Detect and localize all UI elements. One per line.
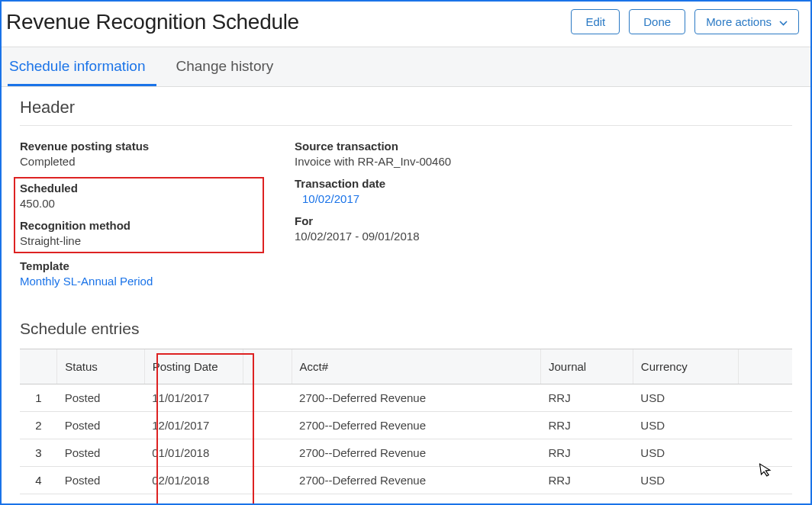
label-for: For [295, 214, 451, 227]
cell-journal: RRJ [541, 412, 633, 439]
label-template: Template [20, 259, 264, 272]
header-section: Header Revenue posting status Completed … [2, 87, 810, 297]
cell-txn-amount[interactable]: 37.5 [738, 412, 792, 439]
header-col-right: Source transaction Invoice with RR-AR_In… [295, 140, 451, 297]
cell-status: Posted [57, 384, 144, 412]
edit-button[interactable]: Edit [571, 9, 620, 34]
cell-acct: 2700--Deferred Revenue [292, 494, 540, 506]
label-revenue-posting-status: Revenue posting status [20, 140, 264, 153]
value-source-transaction: Invoice with RR-AR_Inv-00460 [295, 155, 451, 168]
col-header-currency[interactable]: Currency [633, 349, 738, 384]
cell-journal: RRJ [541, 494, 633, 506]
schedule-entries-table-wrap: Status Posting Date Acct# Journal Curren… [20, 349, 792, 505]
field-source-transaction: Source transaction Invoice with RR-AR_In… [295, 140, 451, 168]
tab-change-history[interactable]: Change history [175, 47, 285, 86]
cell-acct: 2700--Deferred Revenue [292, 439, 540, 467]
cell-status: Posted [57, 412, 144, 439]
field-scheduled: Scheduled 450.00 [20, 182, 258, 210]
cell-posting-date: 01/01/2018 [144, 439, 243, 467]
table-row[interactable]: 4Posted02/01/20182700--Deferred RevenueR… [20, 467, 792, 494]
label-source-transaction: Source transaction [295, 140, 451, 153]
header-section-title: Header [20, 98, 792, 126]
col-header-spacer [243, 349, 292, 384]
schedule-entries-table: Status Posting Date Acct# Journal Curren… [20, 349, 792, 505]
cell-acct: 2700--Deferred Revenue [292, 467, 540, 494]
cell-index: 1 [20, 384, 57, 412]
cell-acct: 2700--Deferred Revenue [292, 384, 540, 412]
cell-status: Posted [57, 467, 144, 494]
cell-posting-date: 11/01/2017 [144, 384, 243, 412]
cell-index: 5 [20, 494, 57, 506]
value-for: 10/02/2017 - 09/01/2018 [295, 230, 451, 243]
highlight-scheduled-method: Scheduled 450.00 Recognition method Stra… [14, 177, 264, 253]
cell-spacer [243, 384, 292, 412]
field-transaction-date: Transaction date 10/02/2017 [295, 177, 451, 205]
col-header-index[interactable] [20, 349, 57, 384]
done-button[interactable]: Done [629, 9, 685, 34]
cell-currency: USD [633, 384, 738, 412]
more-actions-button[interactable]: More actions [694, 9, 799, 34]
title-bar: Revenue Recognition Schedule Edit Done M… [2, 2, 810, 47]
value-template[interactable]: Monthly SL-Annual Period [20, 275, 264, 288]
cell-index: 3 [20, 439, 57, 467]
table-row[interactable]: 5Posted03/01/20182700--Deferred RevenueR… [20, 494, 792, 506]
cell-currency: USD [633, 439, 738, 467]
cell-txn-amount[interactable]: 37.5 [738, 384, 792, 412]
schedule-entries-title: Schedule entries [20, 320, 792, 338]
cell-journal: RRJ [541, 384, 633, 412]
cell-acct: 2700--Deferred Revenue [292, 412, 540, 439]
cell-index: 2 [20, 412, 57, 439]
cell-spacer [243, 494, 292, 506]
col-header-journal[interactable]: Journal [541, 349, 633, 384]
page-title: Revenue Recognition Schedule [6, 10, 299, 34]
cell-spacer [243, 439, 292, 467]
col-header-status[interactable]: Status [57, 349, 144, 384]
cell-posting-date: 03/01/2018 [144, 494, 243, 506]
table-row[interactable]: 3Posted01/01/20182700--Deferred RevenueR… [20, 439, 792, 467]
header-col-left: Revenue posting status Completed Schedul… [20, 140, 264, 297]
cell-index: 4 [20, 467, 57, 494]
cell-currency: USD [633, 412, 738, 439]
tab-schedule-information[interactable]: Schedule information [8, 47, 156, 86]
field-revenue-posting-status: Revenue posting status Completed [20, 140, 264, 168]
header-grid: Revenue posting status Completed Schedul… [20, 140, 792, 297]
schedule-entries-section: Schedule entries Status Posting Date Acc… [2, 320, 810, 505]
value-recognition-method: Straight-line [20, 234, 258, 247]
cell-status: Posted [57, 439, 144, 467]
label-transaction-date: Transaction date [295, 177, 451, 190]
cell-journal: RRJ [541, 467, 633, 494]
more-actions-label: More actions [706, 15, 772, 28]
value-scheduled: 450.00 [20, 197, 258, 210]
table-header-row: Status Posting Date Acct# Journal Curren… [20, 349, 792, 384]
label-scheduled: Scheduled [20, 182, 258, 195]
cell-posting-date: 12/01/2017 [144, 412, 243, 439]
cell-journal: RRJ [541, 439, 633, 467]
field-for: For 10/02/2017 - 09/01/2018 [295, 214, 451, 243]
cell-posting-date: 02/01/2018 [144, 467, 243, 494]
label-recognition-method: Recognition method [20, 219, 258, 232]
table-row[interactable]: 1Posted11/01/20172700--Deferred RevenueR… [20, 384, 792, 412]
value-revenue-posting-status: Completed [20, 155, 264, 168]
cell-status: Posted [57, 494, 144, 506]
mouse-cursor-icon [759, 462, 773, 481]
field-template: Template Monthly SL-Annual Period [20, 259, 264, 288]
cell-txn-amount[interactable]: 37.5 [738, 494, 792, 506]
value-transaction-date[interactable]: 10/02/2017 [295, 192, 451, 205]
cell-spacer [243, 412, 292, 439]
table-row[interactable]: 2Posted12/01/20172700--Deferred RevenueR… [20, 412, 792, 439]
cell-currency: USD [633, 467, 738, 494]
title-actions: Edit Done More actions [571, 9, 799, 34]
cell-spacer [243, 467, 292, 494]
cell-currency: USD [633, 494, 738, 506]
chevron-down-icon [779, 15, 788, 28]
col-header-txn-amount[interactable]: Txn Amo [738, 349, 792, 384]
col-header-posting-date[interactable]: Posting Date [144, 349, 243, 384]
tabs-bar: Schedule information Change history [2, 47, 810, 87]
field-recognition-method: Recognition method Straight-line [20, 219, 258, 247]
col-header-acct[interactable]: Acct# [292, 349, 540, 384]
